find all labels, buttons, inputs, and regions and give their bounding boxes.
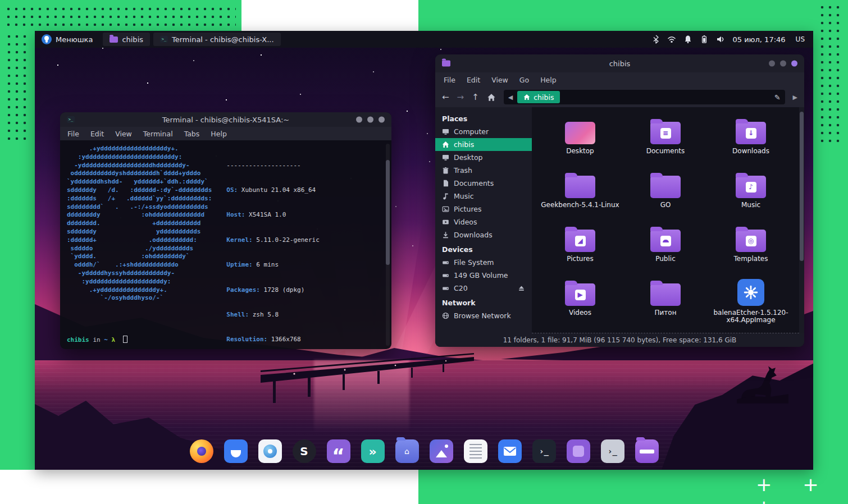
- image-icon: [436, 450, 447, 457]
- dock-file-manager[interactable]: [635, 439, 659, 463]
- window-icon: [573, 446, 584, 457]
- sidebar-item-downloads[interactable]: Downloads: [435, 228, 532, 241]
- menu-go[interactable]: Go: [514, 74, 534, 86]
- file-item-label: Pictures: [567, 255, 594, 263]
- taskbar-window-chibis[interactable]: chibis: [103, 33, 150, 46]
- menu-file[interactable]: File: [62, 128, 84, 140]
- sidebar-item-browse-network[interactable]: Browse Network: [435, 309, 532, 322]
- sidebar-item-computer[interactable]: Computer: [435, 125, 532, 138]
- dock-text-editor[interactable]: [464, 439, 487, 463]
- file-item-geekbench[interactable]: Geekbench-5.4.1-Linux: [537, 169, 623, 223]
- sidebar-item-c20[interactable]: C20: [435, 282, 532, 295]
- dock-home-folder[interactable]: ⌂: [395, 439, 419, 463]
- menu-view[interactable]: View: [486, 74, 513, 86]
- keyboard-layout-indicator[interactable]: US: [793, 35, 808, 44]
- pictures-emblem-icon: ◢: [575, 236, 586, 246]
- back-button[interactable]: ←: [442, 93, 449, 102]
- clock[interactable]: 05 июл, 17:46: [732, 35, 785, 44]
- browser-icon: [263, 445, 277, 458]
- scrollbar-thumb[interactable]: [800, 112, 804, 261]
- battery-icon[interactable]: [700, 35, 709, 44]
- file-item-pictures[interactable]: ◢ Pictures: [537, 223, 623, 277]
- dock-notes[interactable]: “: [327, 439, 350, 463]
- file-item-python[interactable]: Питон: [623, 277, 708, 331]
- dock-mail[interactable]: [498, 439, 522, 463]
- sidebar-item-file-system[interactable]: File System: [435, 256, 532, 269]
- dock-terminal-light[interactable]: ›_: [601, 439, 624, 463]
- file-item-go[interactable]: GO: [623, 169, 708, 223]
- close-button[interactable]: [379, 117, 385, 123]
- terminal-scrollbar[interactable]: [386, 144, 390, 346]
- file-item-label: Питон: [655, 309, 677, 317]
- sidebar-item-chibis[interactable]: chibis: [435, 138, 532, 151]
- taskbar-window-terminal[interactable]: >_ Terminal - chibis@chibis-X...: [153, 33, 281, 46]
- maximize-button[interactable]: [780, 61, 786, 67]
- minimize-button[interactable]: [769, 61, 775, 67]
- file-item-balena-etcher[interactable]: balenaEtcher-1.5.120-x64.AppImage: [708, 277, 794, 331]
- menu-edit[interactable]: Edit: [462, 74, 485, 86]
- menu-file[interactable]: File: [439, 74, 461, 86]
- fast-forward-icon: »: [368, 445, 376, 459]
- notifications-icon[interactable]: [683, 35, 692, 44]
- menu-view[interactable]: View: [110, 128, 137, 140]
- breadcrumb-chibis[interactable]: chibis: [517, 91, 560, 103]
- terminal-titlebar[interactable]: >_ Terminal - chibis@chibis-X541SA:~: [60, 112, 391, 127]
- dock-terminal[interactable]: ›_: [532, 439, 556, 463]
- shell-prompt[interactable]: chibis in ~ λ: [67, 336, 127, 345]
- home-button[interactable]: [487, 93, 496, 102]
- fm-toolbar: ← → ↑ ◀ chibis ✎ ▶: [435, 87, 804, 107]
- scrollbar-thumb[interactable]: [386, 160, 390, 265]
- selection-separator: [532, 333, 799, 333]
- dock-spotify[interactable]: S: [293, 439, 316, 463]
- maximize-button[interactable]: [367, 117, 373, 123]
- close-button[interactable]: [791, 61, 797, 67]
- volume-icon[interactable]: [716, 35, 725, 44]
- file-item-music[interactable]: ♪ Music: [708, 169, 794, 223]
- sidebar-item-documents[interactable]: Documents: [435, 177, 532, 190]
- dock-web-browser[interactable]: [258, 439, 282, 463]
- neofetch-ascii-logo: .+yddddddddddddddddddy+. :yddddddddddddd…: [67, 145, 212, 345]
- menu-terminal[interactable]: Terminal: [138, 128, 178, 140]
- minimize-button[interactable]: [356, 117, 362, 123]
- eject-icon[interactable]: [518, 285, 525, 292]
- file-item-documents[interactable]: ≡ Documents: [623, 115, 708, 169]
- path-bar[interactable]: ◀ chibis ✎: [504, 90, 785, 104]
- sidebar-item-pictures[interactable]: Pictures: [435, 203, 532, 216]
- sidebar-item-music[interactable]: Music: [435, 190, 532, 203]
- dock-firefox[interactable]: [190, 439, 213, 463]
- up-button[interactable]: ↑: [472, 93, 479, 102]
- sidebar-item-trash[interactable]: Trash: [435, 164, 532, 177]
- file-item-templates[interactable]: ◎ Templates: [708, 223, 794, 277]
- menu-help[interactable]: Help: [206, 128, 232, 140]
- sidebar-item-desktop[interactable]: Desktop: [435, 151, 532, 164]
- sidebar-item-videos[interactable]: Videos: [435, 216, 532, 228]
- dock-file-sync[interactable]: »: [361, 439, 385, 463]
- file-item-videos[interactable]: ▶ Videos: [537, 277, 623, 331]
- dock: S “ » ⌂ ›_ ›_: [35, 439, 813, 463]
- fm-content[interactable]: Desktop ≡ Documents ↓ Downloads Geekb: [532, 107, 804, 333]
- wifi-icon[interactable]: [667, 35, 676, 44]
- file-item-public[interactable]: Public: [623, 223, 708, 277]
- edit-path-icon[interactable]: ✎: [774, 94, 781, 101]
- dock-app-store[interactable]: [224, 439, 248, 463]
- terminal-prompt-icon: ›_: [608, 447, 617, 456]
- path-scroll-right-icon[interactable]: ▶: [793, 94, 797, 101]
- menu-edit[interactable]: Edit: [85, 128, 109, 140]
- fm-scrollbar[interactable]: [799, 107, 804, 333]
- dock-image-viewer[interactable]: [430, 439, 453, 463]
- file-item-downloads[interactable]: ↓ Downloads: [708, 115, 794, 169]
- path-scroll-left-icon[interactable]: ◀: [508, 94, 513, 101]
- file-item-desktop[interactable]: Desktop: [537, 115, 623, 169]
- forward-button[interactable]: →: [457, 93, 464, 102]
- sidebar-item-volume[interactable]: 149 GB Volume: [435, 269, 532, 282]
- sidebar-header-network: Network: [435, 295, 532, 309]
- bluetooth-icon[interactable]: [652, 35, 660, 44]
- fm-titlebar[interactable]: chibis: [435, 54, 804, 72]
- menu-help[interactable]: Help: [535, 74, 562, 86]
- dock-screenshot-tool[interactable]: [567, 439, 590, 463]
- file-item-label: GO: [660, 201, 671, 209]
- terminal-content[interactable]: .+yddddddddddddddddddy+. :yddddddddddddd…: [60, 140, 391, 349]
- menu-tabs[interactable]: Tabs: [179, 128, 205, 140]
- applications-menu-button[interactable]: Менюшка: [35, 31, 99, 48]
- text-cursor: [123, 336, 127, 343]
